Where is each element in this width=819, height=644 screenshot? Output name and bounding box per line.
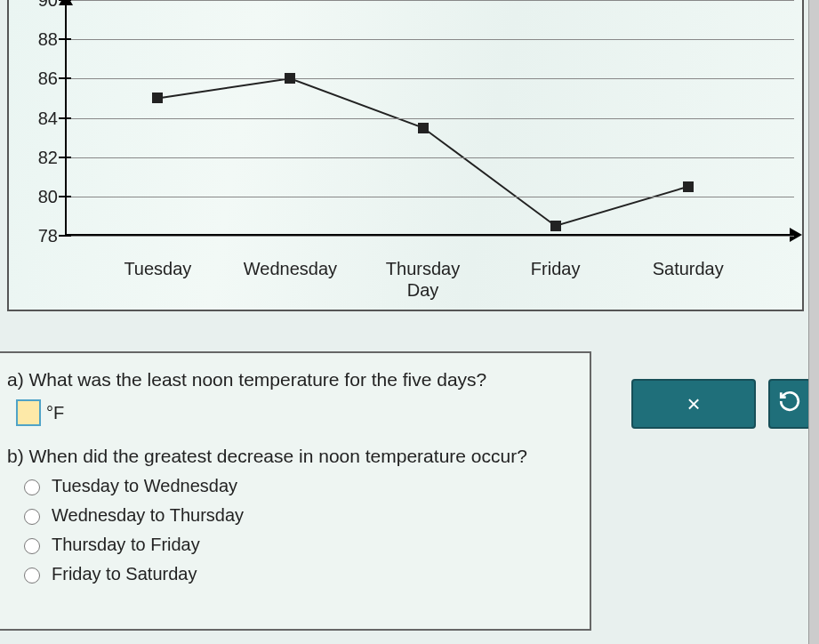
radio-label: Tuesday to Wednesday bbox=[52, 476, 237, 496]
y-tick bbox=[59, 0, 71, 1]
x-tick-label: Tuesday bbox=[124, 258, 191, 279]
radio-input[interactable] bbox=[24, 479, 40, 495]
gridline bbox=[65, 78, 794, 79]
y-tick-label: 82 bbox=[22, 147, 58, 167]
answer-a-input[interactable] bbox=[16, 399, 41, 426]
question-panel: a) What was the least noon temperature f… bbox=[0, 351, 591, 631]
x-tick-label: Saturday bbox=[653, 258, 724, 279]
y-tick bbox=[59, 235, 71, 237]
y-tick-label: 80 bbox=[22, 186, 58, 206]
plot-area bbox=[65, 0, 794, 236]
x-tick-label: Wednesday bbox=[244, 258, 337, 279]
action-buttons: × bbox=[631, 379, 811, 429]
gridline bbox=[65, 197, 794, 197]
gridline bbox=[65, 118, 794, 119]
radio-option[interactable]: Thursday to Friday bbox=[20, 535, 577, 555]
radio-label: Friday to Saturday bbox=[52, 564, 197, 584]
refresh-icon bbox=[778, 390, 801, 419]
data-point bbox=[285, 73, 295, 84]
y-tick-label: 84 bbox=[22, 108, 58, 128]
scrollbar[interactable] bbox=[808, 0, 819, 644]
chart-container: 78808284868890TuesdayWednesdayThursday D… bbox=[7, 0, 804, 311]
data-point bbox=[152, 93, 163, 103]
gridline bbox=[65, 236, 794, 237]
question-a-input-row: °F bbox=[16, 399, 577, 426]
close-icon: × bbox=[687, 390, 700, 418]
y-tick-label: 78 bbox=[22, 226, 58, 246]
y-tick bbox=[59, 117, 71, 119]
y-tick bbox=[59, 157, 71, 158]
y-tick-label: 88 bbox=[22, 29, 58, 50]
data-point bbox=[683, 181, 694, 192]
radio-label: Wednesday to Thursday bbox=[52, 505, 244, 526]
y-tick bbox=[59, 38, 71, 40]
radio-input[interactable] bbox=[24, 538, 40, 554]
y-tick bbox=[59, 77, 71, 79]
question-b-prompt: b) When did the greatest decrease in noo… bbox=[7, 446, 577, 467]
gridline bbox=[65, 0, 794, 1]
radio-label: Thursday to Friday bbox=[52, 535, 200, 555]
data-point bbox=[418, 123, 429, 133]
radio-input[interactable] bbox=[24, 509, 40, 525]
gridline bbox=[65, 157, 794, 158]
y-tick-label: 90 bbox=[22, 0, 58, 11]
question-a-prompt: a) What was the least noon temperature f… bbox=[7, 369, 577, 390]
gridline bbox=[65, 39, 794, 40]
radio-option[interactable]: Tuesday to Wednesday bbox=[20, 476, 577, 496]
radio-option[interactable]: Wednesday to Thursday bbox=[20, 505, 577, 526]
radio-input[interactable] bbox=[24, 568, 40, 584]
unit-label: °F bbox=[46, 403, 64, 423]
radio-option[interactable]: Friday to Saturday bbox=[20, 564, 577, 584]
secondary-button[interactable] bbox=[768, 379, 811, 429]
y-tick-label: 86 bbox=[22, 68, 58, 89]
x-tick-label: Friday bbox=[531, 258, 581, 279]
data-point bbox=[550, 221, 561, 231]
y-tick bbox=[59, 196, 71, 197]
x-tick-label: Thursday Day bbox=[386, 258, 460, 301]
close-button[interactable]: × bbox=[631, 379, 756, 429]
